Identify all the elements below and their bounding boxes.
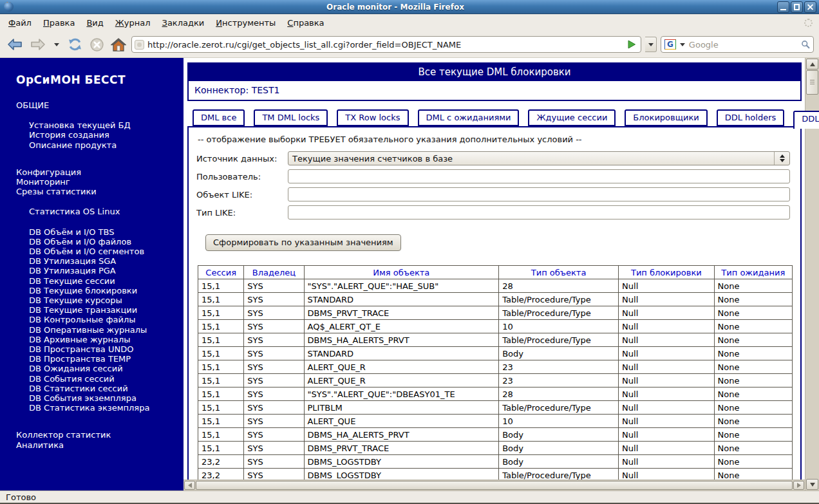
session-link[interactable]: 15,1 [198,387,244,401]
sidebar-item[interactable]: DB Объём и I/O TBS [16,227,178,237]
sidebar-item[interactable]: Аналитика [16,440,178,450]
session-link[interactable]: 15,1 [198,306,244,320]
sidebar-item[interactable]: DB Объём и I/O файлов [16,237,178,247]
sidebar-item[interactable]: DB Текущие блокировки [16,286,178,295]
sidebar-item[interactable]: DB Объём и I/O сегментов [16,247,178,256]
cell: None [715,428,793,442]
session-link[interactable]: 23,2 [198,455,244,469]
session-link[interactable]: 15,1 [198,442,244,455]
menu-item[interactable]: Инструменты [210,15,281,30]
scrollbar-track[interactable] [806,95,818,479]
horizontal-scrollbar-thumb[interactable] [196,481,793,490]
search-icon[interactable] [801,39,810,50]
session-link[interactable]: 15,1 [198,374,244,387]
menu-item[interactable]: Справка [281,15,330,30]
session-link[interactable]: 15,1 [198,360,244,374]
forward-button[interactable] [28,36,48,53]
sidebar-item[interactable]: Статистика OS Linux [16,207,178,216]
close-button[interactable] [804,1,816,13]
session-link[interactable]: 15,1 [198,401,244,415]
search-input[interactable] [689,40,798,50]
session-link[interactable]: 15,1 [198,347,244,360]
cell: Null [619,428,715,442]
tab-0[interactable]: DML все [193,109,245,126]
sidebar-item[interactable]: Срезы статистики [16,187,178,196]
user-input[interactable] [288,169,790,183]
search-engine-dropdown-icon[interactable] [680,43,685,46]
sidebar-item[interactable]: ОБЩИЕ [16,100,178,110]
sidebar-item[interactable]: DB Архивные журналы [16,335,178,344]
data-source-select[interactable]: Текущие значения счетчиков в базе [288,151,790,165]
tab-7[interactable]: DDL все [793,111,819,129]
cell: Null [619,455,715,469]
scroll-right-button[interactable] [793,481,804,490]
history-dropdown-button[interactable] [52,42,62,48]
horizontal-scrollbar[interactable] [184,480,805,490]
tab-4[interactable]: Ждущие сессии [528,109,616,126]
tab-1[interactable]: TM DML locks [254,109,328,126]
sidebar-item[interactable]: DB Утилизация SGA [16,256,178,266]
reload-button[interactable] [66,35,84,53]
menu-item[interactable]: Закладки [156,15,211,30]
sidebar-item[interactable]: DB Статистика экземпляра [16,403,178,413]
session-link[interactable]: 15,1 [198,428,244,442]
scroll-left-button[interactable] [184,481,195,490]
submit-button[interactable]: Сформировать по указанным значениям [205,234,401,251]
vertical-scrollbar-thumb[interactable] [806,70,818,95]
sidebar-item[interactable]: Установка текущей БД [16,120,178,130]
go-button[interactable] [625,38,638,51]
cell: Null [619,374,715,387]
url-input[interactable] [147,40,622,50]
tab-5[interactable]: Блокировщики [625,109,707,126]
session-link[interactable]: 23,2 [198,469,244,480]
object-like-input[interactable] [288,187,790,201]
sidebar-item[interactable]: История создания [16,130,178,140]
sidebar-item[interactable]: Коллектор статистик [16,430,178,440]
stop-button[interactable] [88,36,106,53]
menu-item[interactable]: Правка [37,15,80,30]
column-header[interactable]: Тип ожидания [715,266,793,279]
sidebar-item[interactable]: DB Контрольные файлы [16,315,178,324]
sidebar-item[interactable]: DB Текущие транзакции [16,305,178,315]
sidebar-item[interactable]: DB Утилизация PGA [16,266,178,275]
scroll-down-button[interactable] [806,479,818,490]
scroll-up-button[interactable] [806,59,818,70]
session-link[interactable]: 15,1 [198,293,244,306]
menu-item[interactable]: Вид [80,15,109,30]
session-link[interactable]: 15,1 [198,415,244,428]
sidebar-item[interactable]: DB Текущие сессии [16,276,178,286]
column-header[interactable]: Имя объекта [305,266,500,279]
sidebar-item[interactable]: DB Пространства TEMP [16,354,178,364]
home-icon [111,37,126,51]
sidebar-item[interactable]: Описание продукта [16,140,178,150]
tab-6[interactable]: DDL holders [717,109,785,126]
session-link[interactable]: 15,1 [198,320,244,333]
sidebar-item[interactable]: DB Ожидания сессий [16,364,178,373]
sidebar-item[interactable]: Мониторинг [16,177,178,187]
session-link[interactable]: 15,1 [198,279,244,293]
minimize-button[interactable] [777,1,789,13]
session-link[interactable]: 15,1 [198,333,244,347]
tab-3[interactable]: DML с ожиданиями [418,109,520,126]
maximize-button[interactable] [791,1,803,13]
type-like-input[interactable] [288,205,790,219]
column-header[interactable]: Тип блокировки [619,266,715,279]
sidebar-item[interactable]: DB Пространства UNDO [16,344,178,354]
cell: Table/Procedure/Type [499,469,619,480]
url-dropdown-button[interactable] [645,37,657,52]
column-header[interactable]: Сессия [198,266,244,279]
sidebar-item[interactable]: DB Текущие курсоры [16,295,178,305]
sidebar-item[interactable]: DB Статистики сессий [16,384,178,393]
column-header[interactable]: Владелец [244,266,304,279]
sidebar-item[interactable]: DB Оперативные журналы [16,325,178,335]
sidebar-item[interactable]: Конфигурация [16,167,178,177]
table-row: 15,1SYSALERT_QUE10NullNone [198,415,793,428]
sidebar-item[interactable]: DB События экземпляра [16,393,178,403]
home-button[interactable] [109,36,127,53]
menu-item[interactable]: Файл [3,15,37,30]
tab-2[interactable]: TX Row locks [337,109,408,126]
column-header[interactable]: Тип объекта [499,266,619,279]
sidebar-item[interactable]: DB События сессий [16,374,178,384]
back-button[interactable] [5,36,24,53]
menu-item[interactable]: Журнал [109,15,156,30]
